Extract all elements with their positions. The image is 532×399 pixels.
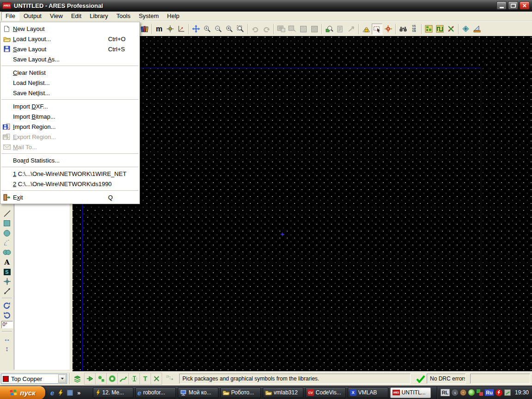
auto-trace-mode-button[interactable]: [164, 373, 175, 384]
line-tool-button[interactable]: [1, 209, 13, 218]
menu-item-save-layout-as[interactable]: Save Layout As...: [0, 54, 139, 64]
zoom-out-button[interactable]: [213, 24, 224, 35]
lightning-icon[interactable]: [57, 389, 64, 396]
keyboard-layout-indicator[interactable]: RL: [441, 389, 450, 396]
zoom-all-button[interactable]: [235, 24, 246, 35]
metric-toggle-button[interactable]: m: [154, 24, 164, 35]
pad-mode-button[interactable]: [107, 373, 117, 384]
circle-tool-button[interactable]: [1, 228, 13, 238]
package-mode-icon: [97, 375, 105, 382]
close-button[interactable]: [520, 1, 530, 10]
path-tool-button[interactable]: [1, 248, 13, 257]
angle-input[interactable]: 0°: [1, 321, 13, 328]
xy-axes-button[interactable]: [176, 24, 187, 35]
marker-tool-button[interactable]: [1, 277, 13, 286]
circle-tool-icon: [4, 230, 10, 236]
pan-button[interactable]: [191, 24, 201, 35]
mirror-horizontal-button[interactable]: ↔: [1, 334, 13, 344]
angle-lock-button[interactable]: [361, 24, 371, 35]
menu-item-load-netlist[interactable]: Load Netlist...: [0, 78, 139, 88]
text-tool-button[interactable]: A: [1, 257, 13, 267]
via-mode-button[interactable]: [129, 373, 139, 384]
rotate-ccw-button[interactable]: [1, 310, 13, 320]
task-button[interactable]: vmlab312: [263, 387, 303, 398]
quick-launch-overflow-chevron[interactable]: »: [77, 389, 80, 396]
menu-item-import-bitmap[interactable]: Import Bitmap...: [0, 111, 139, 121]
pick-part-button[interactable]: [324, 24, 334, 35]
layer-selector-dropdown-button[interactable]: [58, 375, 66, 383]
component-list-button[interactable]: U1U2U3: [409, 24, 419, 35]
symbol-tool-button[interactable]: S: [1, 267, 13, 277]
task-button[interactable]: 12. Me...: [93, 387, 133, 398]
mode-icon-group: T: [84, 373, 162, 385]
menu-separator: [1, 167, 139, 167]
menu-item-exit[interactable]: Exit Q: [0, 192, 139, 202]
pcb-canvas[interactable]: [73, 36, 532, 371]
text-tool-icon: A: [4, 258, 10, 266]
tray-network-icon[interactable]: [477, 389, 483, 396]
tray-editor-icon[interactable]: [504, 389, 511, 396]
menu-item-save-layout[interactable]: Save Layout Ctrl+S: [0, 44, 139, 54]
tray-green-app-icon[interactable]: [468, 389, 475, 396]
menu-item-save-netlist[interactable]: Save Netlist...: [0, 88, 139, 98]
rip-up-button[interactable]: [446, 24, 456, 35]
menu-item-recent-file-2[interactable]: 2 C:\...\One-Wire\NETWORK\ds1990: [0, 179, 139, 189]
layers-mode-button[interactable]: [72, 373, 83, 384]
language-indicator[interactable]: Ru: [485, 389, 494, 396]
menu-item-clear-netlist[interactable]: Clear Netlist: [0, 67, 139, 78]
text-mode-button[interactable]: T: [140, 373, 151, 384]
auto-router-button[interactable]: [435, 24, 445, 35]
search-button[interactable]: [398, 24, 408, 35]
hide-tray-icons-chevron[interactable]: ‹: [452, 389, 458, 396]
selection-filter-button[interactable]: [372, 24, 382, 35]
auto-router-icon: [436, 25, 444, 33]
mitre-button[interactable]: [460, 24, 471, 35]
minimize-button[interactable]: [496, 1, 507, 10]
restore-icon: [511, 4, 516, 8]
task-button[interactable]: e robofor...: [135, 387, 176, 398]
package-mode-button[interactable]: [96, 373, 106, 384]
measure-button[interactable]: [472, 24, 482, 35]
start-button[interactable]: пуск: [0, 386, 45, 399]
dimension-tool-button[interactable]: [1, 286, 13, 296]
layers-books-button[interactable]: [139, 24, 150, 35]
trace-mode-button[interactable]: [118, 373, 128, 384]
task-button[interactable]: Мой ко...: [178, 387, 218, 398]
box-tool-button[interactable]: [1, 218, 13, 228]
menu-view[interactable]: View: [46, 12, 67, 21]
menu-edit[interactable]: Edit: [67, 12, 85, 21]
quick-launch-app-icon[interactable]: [67, 390, 73, 396]
menu-output[interactable]: Output: [19, 12, 46, 21]
restore-button[interactable]: [508, 1, 518, 10]
tray-spiral-app-icon[interactable]: [460, 389, 466, 396]
mirror-vertical-button[interactable]: ↕: [1, 344, 13, 353]
task-button[interactable]: Робото...: [220, 387, 261, 398]
rotate-cw-button[interactable]: [1, 301, 13, 310]
menu-item-import-dxf[interactable]: Import DXF...: [0, 101, 139, 111]
menu-item-import-region[interactable]: Import Region...: [0, 121, 139, 132]
task-button-active[interactable]: ARES UNTITL...: [390, 387, 431, 398]
menu-help[interactable]: Help: [163, 12, 184, 21]
zoom-area-button[interactable]: [224, 24, 235, 35]
menu-system[interactable]: System: [134, 12, 163, 21]
task-button[interactable]: X VMLAB: [348, 387, 388, 398]
arc-tool-icon: [3, 239, 11, 247]
zoom-in-button[interactable]: [202, 24, 212, 35]
component-mode-button[interactable]: [85, 373, 95, 384]
arc-tool-button[interactable]: [1, 238, 13, 248]
menu-file[interactable]: File: [1, 12, 19, 21]
layer-selector[interactable]: Top Copper: [1, 374, 67, 384]
internet-explorer-icon[interactable]: e: [50, 389, 54, 396]
origin-button[interactable]: [165, 24, 175, 35]
menu-item-load-layout[interactable]: Load Layout... Ctrl+O: [0, 34, 139, 44]
task-button[interactable]: CV CodeVis...: [305, 387, 346, 398]
ratsnest-mode-button[interactable]: [151, 373, 162, 384]
menu-tools[interactable]: Tools: [112, 12, 134, 21]
pad-connectivity-button[interactable]: [383, 24, 393, 35]
menu-item-recent-file-1[interactable]: 1 C:\...\One-Wire\NETWORK\1WIRE_NET: [0, 169, 139, 179]
menu-item-board-statistics[interactable]: Board Statistics...: [0, 155, 139, 165]
auto-placer-button[interactable]: [423, 24, 434, 35]
menu-library[interactable]: Library: [85, 12, 112, 21]
tray-downloader-icon[interactable]: [496, 389, 502, 396]
menu-item-new-layout[interactable]: New Layout: [0, 24, 139, 34]
